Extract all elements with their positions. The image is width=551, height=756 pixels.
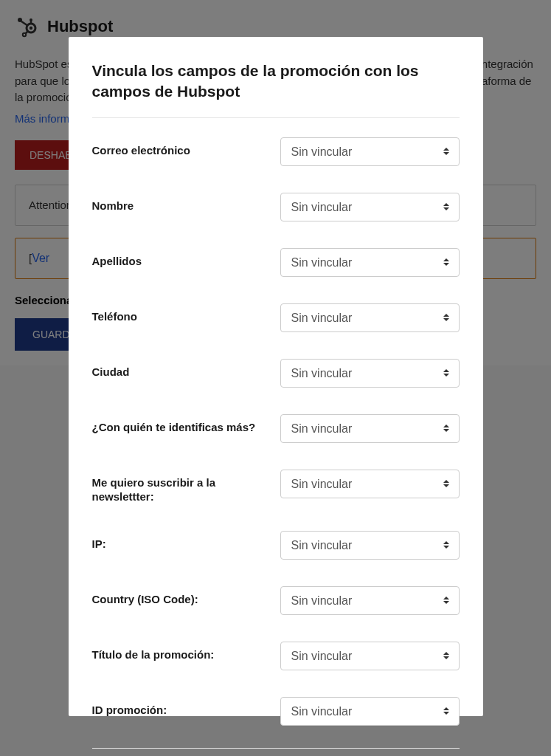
field-row-promo-title: Título de la promoción: Sin vincular: [92, 628, 460, 684]
field-select-wrap: Sin vincular: [280, 248, 460, 277]
modal-title: Vincula los campos de la promoción con l…: [92, 61, 460, 103]
field-select-wrap: Sin vincular: [280, 303, 460, 332]
field-row-country: Country (ISO Code): Sin vincular: [92, 573, 460, 628]
field-select-wrap: Sin vincular: [280, 642, 460, 670]
field-select-promo-title[interactable]: Sin vincular: [280, 642, 460, 670]
field-select-wrap: Sin vincular: [280, 470, 460, 498]
field-select-wrap: Sin vincular: [280, 414, 460, 443]
field-row-surname: Apellidos Sin vincular: [92, 235, 460, 290]
field-select-newsletter[interactable]: Sin vincular: [280, 470, 460, 498]
field-label: Ciudad: [92, 359, 280, 379]
field-row-promo-id: ID promoción: Sin vincular: [92, 684, 460, 739]
field-row-identify: ¿Con quién te identificas más? Sin vincu…: [92, 401, 460, 456]
modal-overlay[interactable]: Vincula los campos de la promoción con l…: [0, 0, 551, 756]
field-select-wrap: Sin vincular: [280, 137, 460, 166]
field-label: Country (ISO Code):: [92, 586, 280, 607]
field-select-surname[interactable]: Sin vincular: [280, 248, 460, 277]
field-select-country[interactable]: Sin vincular: [280, 586, 460, 615]
field-select-wrap: Sin vincular: [280, 531, 460, 560]
field-row-email: Correo electrónico Sin vincular: [92, 124, 460, 179]
field-label: Teléfono: [92, 303, 280, 324]
field-mapping-modal: Vincula los campos de la promoción con l…: [69, 37, 483, 716]
modal-footer: GUARDAR: [92, 748, 460, 756]
modal-divider: [92, 117, 460, 118]
field-label: Me quiero suscribir a la newslettter:: [92, 470, 280, 504]
field-select-wrap: Sin vincular: [280, 359, 460, 388]
field-row-newsletter: Me quiero suscribir a la newslettter: Si…: [92, 456, 460, 518]
field-label: Apellidos: [92, 248, 280, 269]
field-label: ID promoción:: [92, 697, 280, 718]
field-label: Título de la promoción:: [92, 642, 280, 662]
field-label: ¿Con quién te identificas más?: [92, 414, 280, 435]
field-select-email[interactable]: Sin vincular: [280, 137, 460, 166]
field-select-ip[interactable]: Sin vincular: [280, 531, 460, 560]
field-row-city: Ciudad Sin vincular: [92, 346, 460, 401]
field-select-phone[interactable]: Sin vincular: [280, 303, 460, 332]
field-label: Nombre: [92, 193, 280, 213]
field-row-name: Nombre Sin vincular: [92, 179, 460, 235]
field-select-identify[interactable]: Sin vincular: [280, 414, 460, 443]
field-select-wrap: Sin vincular: [280, 697, 460, 726]
field-select-city[interactable]: Sin vincular: [280, 359, 460, 388]
field-row-phone: Teléfono Sin vincular: [92, 290, 460, 346]
field-select-wrap: Sin vincular: [280, 586, 460, 615]
field-select-promo-id[interactable]: Sin vincular: [280, 697, 460, 726]
field-select-wrap: Sin vincular: [280, 193, 460, 221]
field-label: Correo electrónico: [92, 137, 280, 158]
field-label: IP:: [92, 531, 280, 551]
field-row-ip: IP: Sin vincular: [92, 518, 460, 573]
field-select-name[interactable]: Sin vincular: [280, 193, 460, 221]
